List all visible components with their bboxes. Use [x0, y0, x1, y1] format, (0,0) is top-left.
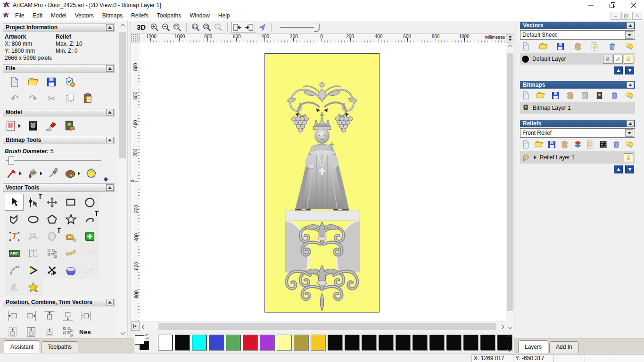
palette-swatch[interactable] — [226, 335, 240, 350]
ruler-origin-button[interactable] — [131, 34, 140, 42]
vertical-scrollbar[interactable] — [506, 42, 514, 331]
merge-icon[interactable] — [565, 90, 575, 100]
create-polygon-tool[interactable] — [42, 211, 61, 228]
page-icon[interactable] — [521, 90, 531, 100]
menu-edit[interactable]: Edit — [28, 11, 47, 20]
layer-visibility-icon[interactable] — [624, 55, 633, 64]
trash-icon[interactable] — [607, 41, 617, 51]
vector-doctor-tool[interactable] — [24, 279, 42, 296]
scrollbar-thumb[interactable] — [507, 53, 513, 311]
load-image-icon[interactable] — [64, 120, 76, 132]
page-icon[interactable] — [8, 76, 21, 88]
collapse-button[interactable] — [627, 82, 634, 88]
bulb-page-icon[interactable] — [590, 41, 600, 51]
model-section-header[interactable]: Model — [3, 108, 115, 116]
tab-assistant[interactable]: Assistant — [4, 340, 40, 353]
lighting-icon[interactable] — [45, 120, 58, 132]
create-rectangle-tool[interactable] — [61, 194, 80, 211]
palette-swatch[interactable] — [396, 335, 410, 350]
tab-add-in[interactable]: Add In — [549, 341, 579, 353]
scroll-up-button[interactable] — [506, 42, 514, 51]
vector-layer-row[interactable]: Default Layer — [520, 53, 635, 65]
scroll-right-button[interactable] — [497, 322, 506, 331]
create-ellipse-tool[interactable] — [24, 211, 42, 228]
palette-swatch[interactable] — [429, 335, 444, 350]
join-vectors-tool[interactable] — [24, 262, 42, 279]
zoom-prev-icon[interactable] — [172, 22, 182, 33]
trim-vectors-tool[interactable] — [42, 262, 61, 279]
palette-icon[interactable] — [64, 167, 80, 180]
snap-out-icon[interactable] — [244, 22, 254, 33]
collapse-button[interactable] — [106, 109, 114, 115]
palette-swatch[interactable] — [362, 335, 376, 350]
layer-colour-icon[interactable] — [522, 56, 529, 63]
paste-along-curve-tool[interactable] — [61, 245, 80, 262]
palette-scroll-up-icon[interactable] — [507, 335, 512, 339]
layer-visibility-icon[interactable] — [624, 153, 633, 162]
dashed-profile-tool[interactable] — [80, 262, 99, 279]
floppy-icon[interactable] — [547, 140, 557, 149]
relief-layer-row[interactable]: Relief Layer 1 — [520, 151, 635, 164]
align-right-icon[interactable] — [24, 309, 38, 322]
block-copy-tool[interactable] — [42, 245, 61, 262]
copy-icon[interactable] — [64, 92, 76, 104]
center-page-icon[interactable] — [79, 309, 93, 322]
menu-reliefs[interactable]: Reliefs — [127, 11, 153, 20]
align-b1-icon[interactable] — [6, 325, 20, 338]
palette-swatch[interactable] — [209, 335, 223, 350]
spin-relief-tool[interactable] — [61, 262, 80, 279]
palette-swatch[interactable] — [294, 335, 308, 350]
envelope-distort-tool[interactable] — [24, 245, 42, 262]
palette-swatch[interactable] — [463, 335, 478, 350]
tab-layers[interactable]: Layers — [518, 340, 548, 353]
palette-swatch[interactable] — [328, 335, 342, 350]
bulbs-icon[interactable] — [624, 90, 634, 100]
trash-icon[interactable] — [610, 90, 619, 100]
palette-swatch[interactable] — [243, 335, 257, 350]
bulb-page-icon[interactable] — [586, 140, 595, 149]
scroll-left-button[interactable] — [140, 322, 148, 331]
close-button[interactable] — [623, 0, 644, 10]
lock-icon[interactable] — [603, 55, 612, 64]
floppy-icon[interactable] — [551, 90, 561, 100]
zoom-out-icon[interactable] — [161, 22, 171, 33]
merge-icon[interactable] — [573, 41, 583, 51]
create-circle-tool[interactable] — [80, 194, 99, 211]
page-icon[interactable] — [521, 140, 531, 149]
floppy-icon[interactable] — [555, 41, 565, 51]
paint-brush-icon[interactable] — [6, 167, 22, 180]
palette-swatch[interactable] — [192, 335, 206, 350]
zoom-in-icon[interactable] — [149, 22, 160, 33]
collapse-button[interactable] — [106, 24, 114, 31]
menu-vectors[interactable]: Vectors — [71, 11, 98, 20]
primary-colour-swatch[interactable] — [135, 335, 144, 345]
palette-swatch[interactable] — [480, 335, 495, 350]
transform-vectors-tool[interactable] — [42, 194, 61, 211]
palette-swatch[interactable] — [277, 335, 291, 350]
move-layer-down-button[interactable] — [625, 66, 634, 74]
swap-colours-icon[interactable] — [145, 334, 149, 340]
collapse-button[interactable] — [106, 184, 114, 191]
collapse-button[interactable] — [627, 120, 634, 127]
menu-window[interactable]: Window — [185, 11, 214, 20]
palette-swatch[interactable] — [158, 335, 173, 350]
palette-scroll[interactable] — [506, 334, 512, 353]
toggle-3d-view-button[interactable]: 3D — [135, 23, 148, 31]
paste-center-tool[interactable] — [80, 228, 99, 245]
assistant-scrollbar[interactable] — [118, 21, 128, 337]
menu-bitmaps[interactable]: Bitmaps — [98, 11, 127, 20]
bulbs-icon[interactable] — [624, 140, 634, 149]
folder-icon[interactable] — [27, 76, 39, 88]
invert-model-icon[interactable] — [27, 120, 39, 132]
collapse-button[interactable] — [106, 137, 114, 143]
menu-toolpaths[interactable]: Toolpaths — [153, 11, 185, 20]
slider-thumb[interactable] — [8, 156, 14, 165]
menu-help[interactable]: Help — [214, 11, 234, 20]
grey-square-icon[interactable] — [580, 90, 590, 100]
create-polyline-tool[interactable] — [5, 211, 24, 228]
zebra-icon[interactable] — [598, 140, 608, 149]
zoom-obj-icon[interactable] — [213, 22, 223, 33]
relief-select[interactable]: Front Relief — [520, 128, 635, 138]
collapse-button[interactable] — [106, 65, 114, 72]
palette-swatch[interactable] — [260, 335, 274, 350]
